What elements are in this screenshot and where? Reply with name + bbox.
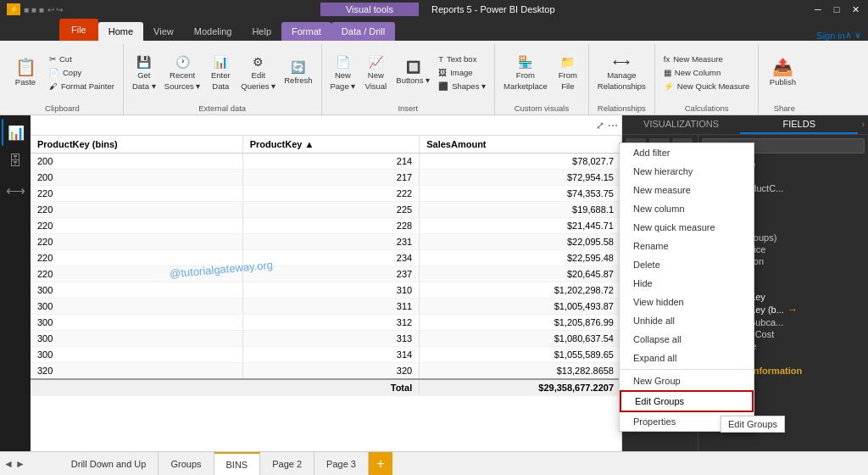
context-menu-item-new-group[interactable]: New Group xyxy=(620,372,754,390)
expand-panel-button[interactable]: › xyxy=(858,115,868,134)
edit-queries-button[interactable]: ⚙ Edit Queries ▾ xyxy=(237,53,279,92)
table-cell: $1,202,298.72 xyxy=(420,282,621,299)
context-menu-item-hide[interactable]: Hide xyxy=(620,274,754,293)
context-menu-item-view-hidden[interactable]: View hidden xyxy=(620,293,754,311)
tab-format[interactable]: Format xyxy=(281,22,331,41)
tab-data-drill[interactable]: Data / Drill xyxy=(331,22,395,41)
tab-page-3[interactable]: Page 3 xyxy=(314,452,369,476)
external-data-group: 💾 Get Data ▾ 🕐 Recent Sources ▾ 📊 Enter … xyxy=(124,44,322,115)
new-quick-measure-button[interactable]: ⚡ New Quick Measure xyxy=(660,80,754,92)
add-tab-button[interactable]: + xyxy=(369,452,392,476)
context-menu-item-add-filter[interactable]: Add filter xyxy=(620,143,754,162)
title-bar-title: Visual tools Reports 5 - Power BI Deskto… xyxy=(63,4,812,14)
share-label: Share xyxy=(762,101,806,115)
sidebar-icon-model[interactable]: ⟷ xyxy=(2,176,29,204)
table-cell: 314 xyxy=(242,347,420,363)
table-cell: $74,353.75 xyxy=(420,186,621,202)
tab-page-2[interactable]: Page 2 xyxy=(260,452,314,476)
calculations-group: fx New Measure ▦ New Column ⚡ New Quick … xyxy=(655,44,760,115)
table-cell: $20,645.87 xyxy=(420,266,621,282)
text-box-icon: T xyxy=(438,54,443,64)
sidebar-icon-data[interactable]: 🗄 xyxy=(2,148,29,175)
expand-icon[interactable]: ⤢ xyxy=(596,120,604,131)
format-painter-icon: 🖌 xyxy=(49,81,58,91)
cut-button[interactable]: ✂ Cut xyxy=(46,53,118,65)
refresh-button[interactable]: 🔄 Refresh xyxy=(281,59,315,87)
image-button[interactable]: 🖼 Image xyxy=(435,66,489,79)
tab-groups[interactable]: Groups xyxy=(159,452,214,476)
table-cell: 300 xyxy=(31,331,242,347)
data-table-area: ⤢ ⋯ ProductKey (bins) ProductKey ▲ Sales… xyxy=(31,115,622,451)
tab-file[interactable]: File xyxy=(59,19,98,41)
from-marketplace-button[interactable]: 🏪 From Marketplace xyxy=(500,53,551,92)
table-cell: 220 xyxy=(31,218,242,234)
table-cell: 231 xyxy=(242,234,420,250)
context-menu-item-new-quick-measure[interactable]: New quick measure xyxy=(620,218,754,237)
scroll-left-button[interactable]: ◄ xyxy=(3,458,14,470)
new-page-button[interactable]: 📄 New Page ▾ xyxy=(327,53,359,92)
col-header-productkey-bins[interactable]: ProductKey (bins) xyxy=(31,136,242,154)
table-cell: $22,595.48 xyxy=(420,250,621,266)
new-column-icon: ▦ xyxy=(664,68,671,77)
table-cell: 217 xyxy=(242,170,420,186)
total-label: Total xyxy=(31,379,420,396)
scroll-right-button[interactable]: ► xyxy=(15,458,25,470)
tab-view[interactable]: View xyxy=(143,22,184,41)
tab-help[interactable]: Help xyxy=(242,22,281,41)
minimize-button[interactable]: ─ xyxy=(812,3,824,15)
table-cell: $13,282.8658 xyxy=(420,363,621,380)
new-measure-button[interactable]: fx New Measure xyxy=(660,53,754,65)
tab-scroll-buttons: ◄ ► xyxy=(0,458,29,470)
context-menu-item-edit-groups[interactable]: Edit Groups xyxy=(620,390,754,412)
text-box-button[interactable]: T Text box xyxy=(435,53,489,65)
table-cell: $22,095.58 xyxy=(420,234,621,250)
new-visual-button[interactable]: 📈 New Visual xyxy=(360,53,391,92)
get-data-button[interactable]: 💾 Get Data ▾ xyxy=(129,53,159,92)
tab-drill-down-and-up[interactable]: Drill Down and Up xyxy=(59,452,159,476)
col-header-productkey[interactable]: ProductKey ▲ xyxy=(242,136,420,154)
context-menu-item-new-measure[interactable]: New measure xyxy=(620,181,754,199)
external-data-label: External data xyxy=(127,101,318,115)
image-icon: 🖼 xyxy=(438,68,447,77)
context-menu-item-rename[interactable]: Rename xyxy=(620,237,754,255)
tab-visualizations[interactable]: VISUALIZATIONS xyxy=(622,115,740,134)
from-file-button[interactable]: 📁 From File xyxy=(553,53,583,92)
context-menu-item-new-hierarchy[interactable]: New hierarchy xyxy=(620,162,754,181)
table-cell: 220 xyxy=(31,250,242,266)
col-header-salesamount[interactable]: SalesAmount xyxy=(420,136,621,154)
table-total-row: Total$29,358,677.2207 xyxy=(31,379,621,396)
sign-in-button[interactable]: Sign in ∧ ∨ xyxy=(816,30,868,41)
maximize-button[interactable]: □ xyxy=(831,3,843,15)
clipboard-label: Clipboard xyxy=(5,101,120,115)
new-column-button[interactable]: ▦ New Column xyxy=(660,66,754,79)
close-button[interactable]: ✕ xyxy=(849,3,861,15)
tab-fields[interactable]: FIELDS xyxy=(740,115,858,134)
insert-label: Insert xyxy=(326,101,492,115)
context-menu-item-new-column[interactable]: New column xyxy=(620,199,754,218)
publish-button[interactable]: 📤 Publish xyxy=(764,55,801,90)
table-toolbar: ⤢ ⋯ xyxy=(31,115,621,136)
more-options-icon[interactable]: ⋯ xyxy=(608,120,618,131)
shapes-button[interactable]: ⬛ Shapes ▾ xyxy=(435,80,489,92)
context-menu-item-collapse-all[interactable]: Collapse all xyxy=(620,330,754,349)
context-menu-item-delete[interactable]: Delete xyxy=(620,255,754,274)
table-row: 200217$72,954.15 xyxy=(31,170,621,186)
context-menu-item-expand-all[interactable]: Expand all xyxy=(620,349,754,367)
context-menu-item-unhide-all[interactable]: Unhide all xyxy=(620,311,754,330)
table-row: 300313$1,080,637.54 xyxy=(31,331,621,347)
tab-home[interactable]: Home xyxy=(98,22,143,41)
sidebar-icon-report[interactable]: 📊 xyxy=(2,119,29,146)
copy-button[interactable]: 📄 Copy xyxy=(46,66,118,79)
tab-modeling[interactable]: Modeling xyxy=(184,22,242,41)
table-cell: 200 xyxy=(31,154,242,170)
tab-bins[interactable]: BINS xyxy=(214,452,261,476)
recent-sources-button[interactable]: 🕐 Recent Sources ▾ xyxy=(161,53,204,92)
visual-tools-label: Visual tools xyxy=(320,3,419,16)
format-painter-button[interactable]: 🖌 Format Painter xyxy=(46,80,118,92)
buttons-button[interactable]: 🔲 Buttons ▾ xyxy=(392,59,433,87)
enter-data-button[interactable]: 📊 Enter Data xyxy=(205,53,236,92)
table-cell: 220 xyxy=(31,234,242,250)
window-controls[interactable]: ─ □ ✕ xyxy=(812,3,861,15)
manage-relationships-button[interactable]: ⟷ Manage Relationships xyxy=(594,53,649,92)
paste-button[interactable]: 📋 Paste xyxy=(7,55,44,90)
